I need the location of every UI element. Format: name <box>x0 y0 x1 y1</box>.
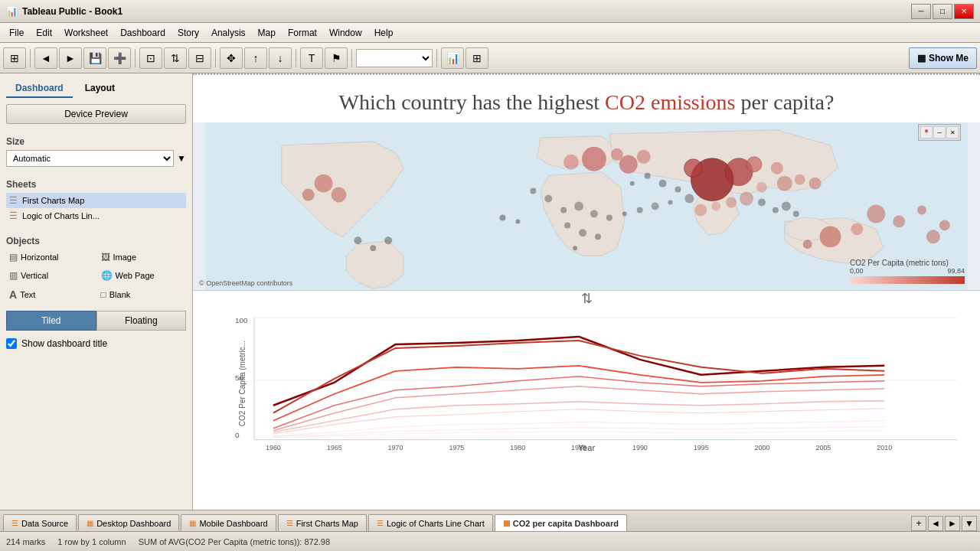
svg-point-12 <box>820 226 841 247</box>
tab-data-source-label: Data Source <box>21 519 68 528</box>
size-dropdown[interactable]: Automatic <box>6 150 174 167</box>
tab-mobile-dashboard[interactable]: ▦ Mobile Dashboard <box>181 514 276 531</box>
chart-y-label: CO2 Per Capita (metric... <box>238 341 247 426</box>
back-button[interactable]: ◄ <box>34 47 57 69</box>
menu-file[interactable]: File <box>3 26 30 40</box>
tab-first-charts-map[interactable]: ☰ First Charts Map <box>278 514 367 531</box>
tab-dashboard[interactable]: Dashboard <box>6 80 73 98</box>
forward-button[interactable]: ► <box>59 47 82 69</box>
pin-button[interactable]: ⚑ <box>325 47 348 69</box>
sheet-item-logic-charts[interactable]: ☰ Logic of Charts Lin... <box>6 208 186 223</box>
presentation-button[interactable]: ⊞ <box>466 47 488 69</box>
svg-point-52 <box>795 174 805 185</box>
dashboard-area: Which country has the highest CO2 emissi… <box>193 73 980 510</box>
title-bar: 📊 Tableau Public - Book1 ─ □ ✕ <box>0 0 980 23</box>
map-close-button[interactable]: ✕ <box>946 126 959 139</box>
svg-point-29 <box>622 211 627 216</box>
object-vertical[interactable]: ▥ Vertical <box>6 268 95 283</box>
svg-point-25 <box>560 207 567 213</box>
show-hide-button[interactable]: ⊡ <box>139 47 162 69</box>
menu-dashboard[interactable]: Dashboard <box>114 26 172 40</box>
label-button[interactable]: T <box>300 47 323 69</box>
fit-button[interactable]: ⊟ <box>188 47 211 69</box>
svg-point-37 <box>515 219 520 223</box>
menu-map[interactable]: Map <box>252 26 282 40</box>
legend-labels: 0,00 99,84 <box>850 267 965 275</box>
sum-value: SUM of AVG(CO2 Per Capita (metric tons))… <box>139 537 330 546</box>
svg-text:1960: 1960 <box>266 444 281 452</box>
analytics-button[interactable]: 📊 <box>441 47 464 69</box>
floating-button[interactable]: Floating <box>96 311 187 331</box>
menu-format[interactable]: Format <box>282 26 323 40</box>
show-me-button[interactable]: ▦ Show Me <box>909 47 977 69</box>
svg-text:0: 0 <box>235 431 240 439</box>
sheet-label-2: Logic of Charts Lin... <box>22 211 100 220</box>
svg-point-43 <box>773 207 779 213</box>
tab-nav-left[interactable]: ◄ <box>928 516 943 531</box>
rows-cols: 1 row by 1 column <box>57 537 126 546</box>
bottom-tabs: ☰ Data Source ▦ Desktop Dashboard ▦ Mobi… <box>0 510 980 531</box>
mark-type-dropdown[interactable] <box>356 49 433 67</box>
device-preview-button[interactable]: Device Preview <box>6 104 186 124</box>
sort-desc-button[interactable]: ↓ <box>269 47 292 69</box>
svg-text:1980: 1980 <box>510 444 525 452</box>
tiled-button[interactable]: Tiled <box>6 311 96 331</box>
vertical-icon: ▥ <box>9 270 18 281</box>
show-title-checkbox[interactable] <box>6 338 17 349</box>
menu-edit[interactable]: Edit <box>30 26 58 40</box>
tab-data-source[interactable]: ☰ Data Source <box>3 514 77 531</box>
close-button[interactable]: ✕ <box>954 4 974 19</box>
sheet-item-first-charts-map[interactable]: ☰ First Charts Map <box>6 193 186 208</box>
svg-point-33 <box>354 236 361 244</box>
dashboard-content: Which country has the highest CO2 emissi… <box>193 73 980 510</box>
sort-asc-button[interactable]: ↑ <box>244 47 267 69</box>
svg-point-27 <box>590 210 598 217</box>
add-view-button[interactable]: ➕ <box>108 47 131 69</box>
menu-story[interactable]: Story <box>172 26 205 40</box>
map-pin-icon[interactable]: 📍 <box>920 126 933 139</box>
tab-desktop-dashboard[interactable]: ▦ Desktop Dashboard <box>78 514 179 531</box>
map-minus-button[interactable]: ─ <box>933 126 946 139</box>
tab-co2-dashboard[interactable]: ▦ CO2 per capita Dashboard <box>495 514 627 531</box>
tab-nav-right[interactable]: ► <box>945 516 960 531</box>
menu-worksheet[interactable]: Worksheet <box>58 26 114 40</box>
maximize-button[interactable]: □ <box>933 4 952 19</box>
mobile-dashboard-icon: ▦ <box>189 519 196 527</box>
tab-layout[interactable]: Layout <box>76 80 124 98</box>
image-label: Image <box>113 253 137 262</box>
svg-point-53 <box>809 178 822 190</box>
menu-help[interactable]: Help <box>368 26 400 40</box>
tab-logic-charts-line[interactable]: ☰ Logic of Charts Line Chart <box>368 514 493 531</box>
menu-window[interactable]: Window <box>323 26 368 40</box>
save-button[interactable]: 💾 <box>83 47 106 69</box>
tab-list-button[interactable]: ▼ <box>962 516 977 531</box>
svg-point-13 <box>851 223 863 235</box>
swap-rows-button[interactable]: ⇅ <box>164 47 187 69</box>
object-web-page[interactable]: 🌐 Web Page <box>98 268 187 283</box>
svg-text:2005: 2005 <box>815 444 831 452</box>
move-button[interactable]: ✥ <box>220 47 243 69</box>
sheet-icon-2: ☰ <box>9 210 18 221</box>
web-page-icon: 🌐 <box>101 270 113 281</box>
image-icon: 🖼 <box>101 252 110 262</box>
svg-text:1975: 1975 <box>449 444 464 452</box>
svg-point-10 <box>619 155 638 174</box>
grid-icon[interactable]: ⊞ <box>3 47 26 69</box>
title-part1: Which country has the highest <box>339 90 606 114</box>
object-image[interactable]: 🖼 Image <box>98 249 187 265</box>
minimize-button[interactable]: ─ <box>911 4 931 19</box>
object-text[interactable]: A Text <box>6 286 95 303</box>
svg-point-40 <box>595 233 601 240</box>
menu-analysis[interactable]: Analysis <box>205 26 252 40</box>
object-blank[interactable]: □ Blank <box>98 286 187 303</box>
resize-handle[interactable]: ⇅ <box>193 291 980 306</box>
tab-add-button[interactable]: + <box>911 516 926 531</box>
svg-point-50 <box>756 182 767 193</box>
svg-point-58 <box>939 220 950 230</box>
object-horizontal[interactable]: ▤ Horizontal <box>6 249 95 265</box>
svg-point-46 <box>694 204 707 217</box>
svg-point-5 <box>746 157 762 172</box>
left-panel: Dashboard Layout Device Preview Size Aut… <box>0 73 193 510</box>
osm-credit: © OpenStreetMap contributors <box>199 279 292 287</box>
legend-max: 99,84 <box>947 267 965 275</box>
